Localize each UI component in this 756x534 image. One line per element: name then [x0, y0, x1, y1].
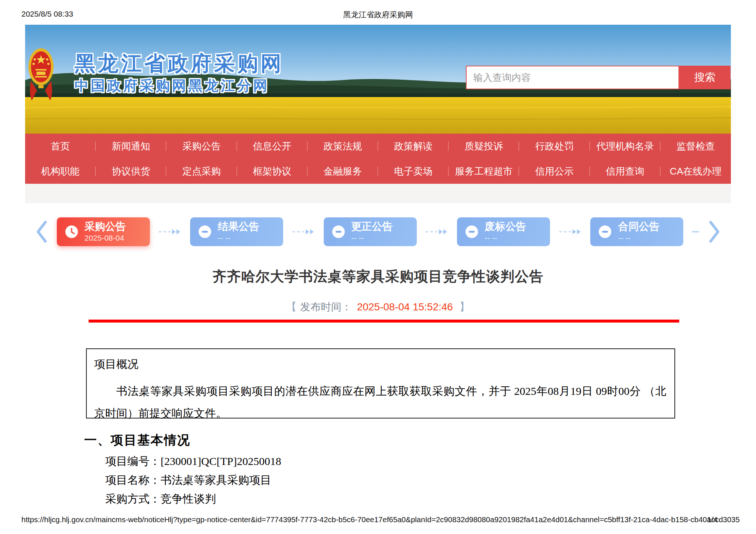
national-emblem-icon	[27, 45, 55, 107]
search-bar: 搜索	[466, 66, 731, 89]
nav-item-r1-3[interactable]: 采购公告	[166, 134, 237, 159]
nav-item-r1-4[interactable]: 信息公开	[237, 134, 307, 159]
flow-card-date: -- --	[351, 234, 393, 242]
minus-icon	[465, 225, 478, 238]
flow-arrow	[425, 228, 449, 235]
nav-item-r2-8[interactable]: 信用公示	[519, 159, 590, 184]
flow-card-4[interactable]: 废标公告 -- --	[457, 217, 550, 246]
bracket-left: 【	[286, 301, 296, 313]
item-label: 项目名称：	[105, 474, 161, 486]
flow-card-text: 废标公告 -- --	[485, 221, 526, 242]
nav-row-2: 机构职能协议供货定点采购框架协议金融服务电子卖场服务工程超市信用公示信用查询CA…	[25, 159, 731, 184]
flow-prev-button[interactable]	[35, 220, 48, 244]
nav-item-r2-1[interactable]: 机构职能	[25, 159, 96, 184]
flow-card-text: 合同公告 -- --	[618, 221, 659, 242]
flow-card-date: -- --	[218, 234, 259, 242]
clock-icon	[65, 225, 78, 238]
flow-card-1[interactable]: 采购公告 2025-08-04	[57, 217, 150, 246]
flow-card-label: 更正公告	[351, 221, 393, 232]
item-value: 竞争性谈判	[161, 493, 216, 505]
item-value: [230001]QC[TP]20250018	[161, 455, 281, 467]
flow-card-text: 更正公告 -- --	[351, 221, 393, 242]
print-footer-url: https://hljcg.hlj.gov.cn/maincms-web/not…	[21, 515, 740, 524]
flow-arrow-icon	[292, 228, 315, 235]
flow-card-date: -- --	[485, 234, 526, 242]
site-banner: 黑龙江省政府采购网 中国政府采购网黑龙江分网 搜索	[25, 25, 731, 134]
flow-card-date: 2025-08-04	[85, 234, 126, 242]
print-footer-page-number: 1/4	[707, 515, 718, 524]
nav-item-r2-2[interactable]: 协议供货	[96, 159, 166, 184]
flow-card-label: 结果公告	[218, 221, 259, 232]
minus-icon	[598, 225, 612, 238]
flow-card-label: 废标公告	[485, 221, 526, 232]
site-title: 黑龙江省政府采购网	[75, 50, 284, 78]
flow-arrow	[559, 228, 582, 235]
flow-arrow-icon	[559, 228, 582, 235]
item-label: 项目编号：	[105, 455, 161, 467]
project-info-list: 项目编号：[230001]QC[TP]20250018项目名称：书法桌等家具采购…	[105, 452, 281, 508]
red-divider	[89, 320, 679, 323]
page-title: 齐齐哈尔大学书法桌等家具采购项目竞争性谈判公告	[0, 267, 756, 286]
project-info-item-2: 项目名称：书法桌等家具采购项目	[105, 471, 281, 489]
chevron-left-icon	[35, 220, 48, 244]
flow-next-button[interactable]	[708, 220, 721, 244]
minus-icon	[198, 225, 212, 238]
flow-arrow	[292, 228, 315, 235]
minus-icon	[332, 225, 345, 238]
flow-card-2[interactable]: 结果公告 -- --	[190, 217, 283, 246]
nav-item-r2-4[interactable]: 框架协议	[237, 159, 307, 184]
section-heading: 一、项目基本情况	[84, 432, 190, 449]
nav-item-r1-9[interactable]: 代理机构名录	[590, 134, 660, 159]
nav-item-r1-8[interactable]: 行政处罚	[519, 134, 590, 159]
project-info-item-3: 采购方式：竞争性谈判	[105, 489, 281, 508]
nav-bottom-strip	[25, 184, 731, 203]
main-navigation: 首页新闻通知采购公告信息公开政策法规政策解读质疑投诉行政处罚代理机构名录监督检查…	[25, 134, 731, 184]
nav-item-r2-3[interactable]: 定点采购	[166, 159, 237, 184]
search-input[interactable]	[466, 66, 679, 89]
flow-card-label: 合同公告	[618, 221, 659, 232]
nav-item-r1-5[interactable]: 政策法规	[307, 134, 378, 159]
nav-item-r2-10[interactable]: CA在线办理	[660, 159, 731, 184]
print-header-title: 黑龙江省政府采购网	[0, 10, 756, 20]
flow-dash-icon	[692, 231, 699, 232]
flow-card-text: 结果公告 -- --	[218, 221, 259, 242]
flow-card-3[interactable]: 更正公告 -- --	[324, 217, 417, 246]
project-overview-box: 项目概况 书法桌等家具采购项目采购项目的潜在供应商应在网上获取获取采购文件，并于…	[86, 348, 675, 418]
nav-item-r1-10[interactable]: 监督检查	[660, 134, 731, 159]
nav-item-r1-7[interactable]: 质疑投诉	[449, 134, 519, 159]
flow-card-5[interactable]: 合同公告 -- --	[590, 217, 683, 246]
publish-time-value: 2025-08-04 15:52:46	[357, 301, 453, 313]
site-logo[interactable]: 黑龙江省政府采购网 中国政府采购网黑龙江分网	[25, 25, 313, 134]
flow-arrow	[158, 228, 182, 235]
notice-flow-carousel: 采购公告 2025-08-04 结果公告 -- -- 更正公告 -- -- 废标…	[35, 217, 721, 247]
flow-arrow-icon	[425, 228, 449, 235]
publish-time-label: 发布时间：	[300, 301, 352, 313]
item-label: 采购方式：	[105, 493, 161, 505]
publish-time-row: 【 发布时间： 2025-08-04 15:52:46 】	[0, 300, 756, 314]
overview-title: 项目概况	[94, 358, 666, 371]
nav-item-r2-5[interactable]: 金融服务	[307, 159, 378, 184]
nav-item-r2-6[interactable]: 电子卖场	[378, 159, 449, 184]
nav-item-r1-1[interactable]: 首页	[25, 134, 96, 159]
nav-item-r2-7[interactable]: 服务工程超市	[449, 159, 519, 184]
nav-row-1: 首页新闻通知采购公告信息公开政策法规政策解读质疑投诉行政处罚代理机构名录监督检查	[25, 134, 731, 159]
nav-item-r2-9[interactable]: 信用查询	[590, 159, 660, 184]
flow-arrow-icon	[158, 228, 182, 235]
nav-item-r1-6[interactable]: 政策解读	[378, 134, 449, 159]
chevron-right-icon	[708, 220, 721, 244]
flow-card-date: -- --	[618, 234, 659, 242]
flow-card-text: 采购公告 2025-08-04	[85, 221, 126, 242]
flow-card-label: 采购公告	[85, 221, 126, 232]
item-value: 书法桌等家具采购项目	[161, 474, 271, 486]
search-button[interactable]: 搜索	[679, 66, 731, 89]
bracket-right: 】	[460, 301, 470, 313]
site-subtitle: 中国政府采购网黑龙江分网	[75, 76, 269, 95]
project-info-item-1: 项目编号：[230001]QC[TP]20250018	[105, 452, 281, 471]
overview-body: 书法桌等家具采购项目采购项目的潜在供应商应在网上获取获取采购文件，并于 2025…	[94, 380, 666, 424]
nav-item-r1-2[interactable]: 新闻通知	[96, 134, 166, 159]
